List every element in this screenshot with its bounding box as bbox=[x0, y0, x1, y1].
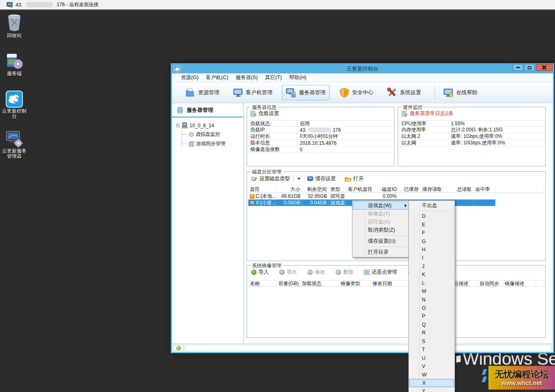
desktop-icon-cloud-console[interactable]: 云更新控制台 bbox=[0, 91, 29, 119]
menu-item-cache-settings[interactable]: 缓存设置(U) bbox=[353, 237, 410, 245]
toolbar-client-management[interactable]: 客户机管理 bbox=[229, 85, 276, 100]
col-image-desc[interactable]: 镜像描述 bbox=[503, 281, 536, 286]
modify-icon bbox=[308, 270, 313, 275]
maximize-button[interactable] bbox=[524, 64, 535, 71]
restore-point-button[interactable]: 还原点管理 bbox=[364, 269, 397, 276]
help-monitor-icon bbox=[443, 87, 454, 98]
status-led-box bbox=[174, 345, 183, 351]
minimize-button[interactable] bbox=[513, 64, 523, 71]
cell-size: 0.05GB bbox=[276, 199, 302, 206]
submenu-item-letter-selected[interactable]: X bbox=[409, 379, 454, 387]
window-titlebar[interactable]: 云更新控制台 bbox=[172, 64, 553, 73]
toolbar-online-help[interactable]: 在线帮助 bbox=[439, 85, 481, 100]
submenu-item-letter[interactable]: P bbox=[409, 312, 455, 320]
col-image-type[interactable]: 镜像类型 bbox=[339, 281, 371, 286]
cell-client-letter bbox=[346, 193, 378, 199]
col-cached[interactable]: 已缓存 bbox=[401, 186, 421, 193]
desktop-icon-service-manager[interactable]: 云更新服务管理器 bbox=[0, 130, 29, 159]
menu-servers[interactable]: 服务器(S) bbox=[236, 74, 258, 81]
drive-letter-submenu: 不出盘 D E F G H I J K L M N O P Q R S T U … bbox=[408, 200, 455, 392]
info-row: 内存使用率 总计:2.00G, 剩余:1.15G bbox=[399, 127, 544, 133]
submenu-item-letter[interactable]: T bbox=[409, 345, 455, 354]
col-free-space[interactable]: 剩余空间 bbox=[302, 186, 329, 193]
submenu-item-letter[interactable]: Q bbox=[409, 321, 455, 329]
submenu-item-letter[interactable]: Y bbox=[409, 387, 455, 392]
submenu-item-letter[interactable]: R bbox=[409, 329, 455, 337]
submenu-item-letter[interactable]: W bbox=[409, 370, 455, 379]
submenu-item-letter[interactable]: S bbox=[409, 337, 455, 345]
menu-item-cancel-type[interactable]: 取消类型(Z) bbox=[353, 226, 410, 234]
submenu-item-letter[interactable]: J bbox=[409, 262, 455, 270]
group-title: 磁盘分区管理 bbox=[250, 168, 283, 175]
col-name[interactable]: 名称 bbox=[248, 281, 277, 286]
menu-item-game-disk[interactable]: 游戏盘(W) bbox=[353, 202, 410, 210]
toolbar-label: 服务器管理 bbox=[299, 89, 325, 96]
submenu-item-letter[interactable]: F bbox=[409, 229, 455, 237]
disk-context-menu: 游戏盘(W) 镜像盘(Y) 回写盘(X) 取消类型(Z) 缓存设置(U) 打开目… bbox=[352, 200, 410, 257]
open-button[interactable]: 打开 bbox=[345, 175, 363, 182]
close-button[interactable] bbox=[536, 64, 553, 71]
submenu-item-no-drive[interactable]: 不出盘 bbox=[409, 202, 455, 210]
toolbar-system-settings[interactable]: 系统设置 bbox=[383, 85, 425, 100]
set-disk-type-dropdown[interactable] bbox=[293, 175, 307, 182]
toolbar-resource-management[interactable]: 资源管理 bbox=[181, 85, 223, 100]
disk-row-c[interactable]: C:(本地... 49.61GB 32.95GB 回写盘 0.00% bbox=[248, 193, 544, 199]
toolbar-security-center[interactable]: 安全中心 bbox=[335, 85, 377, 100]
col-auto-sync[interactable]: 自动同步 bbox=[478, 281, 503, 286]
col-drive-letter[interactable]: 盘符 bbox=[248, 186, 276, 193]
submenu-item-letter[interactable]: N bbox=[409, 295, 455, 303]
tree-node-virtual-disk-monitor[interactable]: 虚拟盘监控 bbox=[182, 131, 243, 138]
drive-x-icon bbox=[250, 201, 254, 205]
info-label: 负载状态 bbox=[248, 120, 297, 127]
menu-item-label: 回写盘(X) bbox=[368, 219, 390, 226]
menu-resources[interactable]: 资源(G) bbox=[181, 74, 198, 81]
col-size[interactable]: 大小 bbox=[276, 186, 302, 193]
cloud-console-icon bbox=[6, 91, 23, 108]
submenu-item-letter[interactable]: V bbox=[409, 362, 455, 370]
info-row: 镜像盘连接数 0 bbox=[248, 146, 393, 153]
col-load-status[interactable]: 加载状态 bbox=[300, 281, 339, 286]
set-disk-type-button[interactable]: 设置磁盘类型 bbox=[251, 175, 290, 182]
col-client-letter[interactable]: 客户机盘符 bbox=[346, 186, 378, 193]
load-settings-button[interactable]: 负载设置 bbox=[250, 110, 279, 117]
desktop-icon-recycle-bin[interactable]: 回收站 bbox=[0, 13, 29, 38]
server-error-log-link[interactable]: 服务器异常日志1条 bbox=[401, 110, 453, 117]
submenu-item-letter[interactable]: O bbox=[409, 304, 455, 312]
submenu-item-letter[interactable]: E bbox=[409, 220, 455, 228]
submenu-item-letter[interactable]: I bbox=[409, 254, 455, 262]
cache-chip-icon bbox=[307, 176, 313, 181]
menu-item-open-directory[interactable]: 打开目录 bbox=[353, 248, 410, 256]
submenu-item-letter[interactable]: G bbox=[409, 237, 455, 245]
submenu-item-letter[interactable]: D bbox=[409, 212, 455, 220]
menu-other[interactable]: 其它(T) bbox=[265, 74, 282, 81]
menu-item-label: 游戏盘(W) bbox=[368, 202, 392, 209]
col-cache-read[interactable]: 缓存读取 bbox=[421, 186, 443, 193]
col-hit-rate[interactable]: 命中率 bbox=[474, 186, 495, 193]
col-capacity[interactable]: 容量(GB) bbox=[277, 281, 300, 286]
desktop-icon-server-installer[interactable]: 服务端 bbox=[0, 51, 29, 76]
toolbar-server-management[interactable]: 服务器管理 bbox=[282, 85, 330, 100]
cell-hit-rate bbox=[474, 199, 495, 206]
tree-node-game-sync[interactable]: 游戏同步管理 bbox=[182, 140, 243, 147]
col-filler bbox=[536, 281, 544, 286]
watermark-title: 无忧编程论坛 bbox=[495, 370, 549, 379]
col-total-read[interactable]: 总读取 bbox=[443, 186, 474, 193]
col-disk-io[interactable]: 磁盘IO bbox=[378, 186, 401, 193]
cell-free: 0.04GB bbox=[302, 199, 329, 206]
submenu-item-letter[interactable]: K bbox=[409, 270, 455, 279]
submenu-item-letter[interactable]: M bbox=[409, 287, 455, 295]
menu-help[interactable]: 帮助(H) bbox=[289, 74, 306, 81]
watermark-url: www.whct.net bbox=[502, 379, 542, 386]
submenu-item-letter[interactable]: H bbox=[409, 246, 455, 254]
col-type[interactable]: 类型 bbox=[329, 186, 346, 193]
import-button[interactable]: 导入 bbox=[251, 269, 269, 276]
tree-node-server[interactable]: 10_0_8_14 bbox=[176, 122, 243, 128]
cache-settings-button[interactable]: 缓存设置 bbox=[307, 175, 336, 182]
collapse-expander-icon[interactable] bbox=[176, 124, 180, 127]
submenu-item-letter[interactable]: L bbox=[409, 279, 455, 287]
info-value: 1.55% bbox=[448, 121, 544, 126]
submenu-item-letter[interactable]: U bbox=[409, 354, 455, 362]
menu-clients[interactable]: 客户机(C) bbox=[206, 74, 228, 81]
maximize-icon bbox=[528, 66, 531, 69]
shield-icon bbox=[339, 87, 350, 98]
